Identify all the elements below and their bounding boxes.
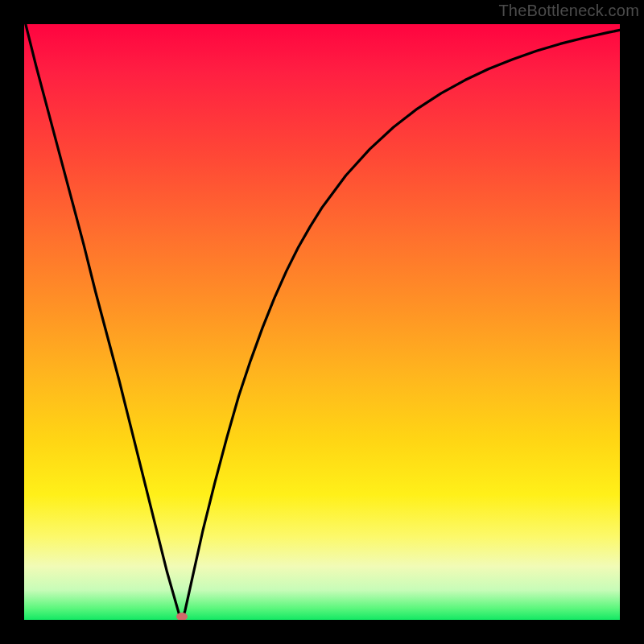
- watermark-text: TheBottleneck.com: [498, 2, 639, 20]
- curve-layer: [24, 24, 620, 620]
- plot-area: [24, 24, 620, 620]
- chart-frame: TheBottleneck.com: [0, 0, 644, 644]
- minimum-marker: [176, 613, 188, 620]
- bottleneck-curve: [24, 24, 620, 620]
